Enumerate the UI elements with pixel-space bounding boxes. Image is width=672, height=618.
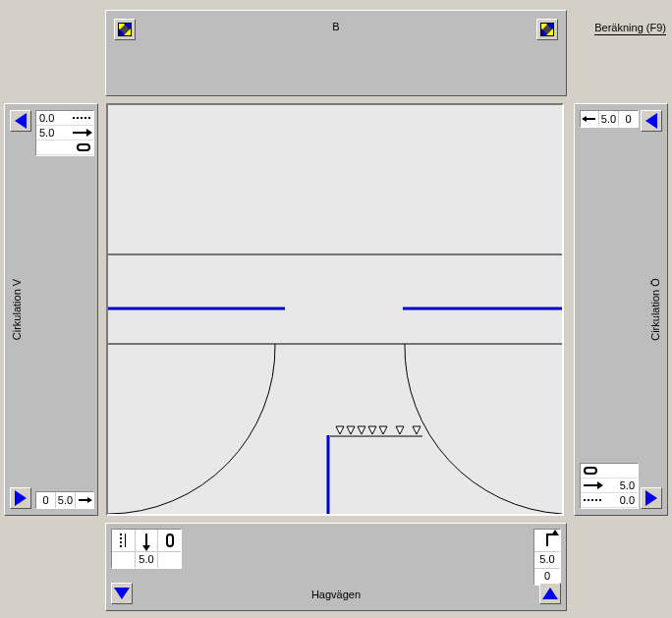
north-panel: B [105, 10, 567, 96]
west-bottom-lane-box[interactable]: 0 5.0 [35, 491, 94, 509]
south-panel: 5.0 Hagvägen 5.0 0 [105, 523, 567, 611]
south-label: Hagvägen [106, 589, 566, 600]
east-bot-val1: 5.0 [620, 479, 635, 491]
svg-marker-11 [396, 426, 404, 434]
solid-line-icon [584, 484, 601, 486]
turn-right-icon [546, 534, 548, 546]
svg-marker-9 [368, 426, 376, 434]
west-top-val1: 0.0 [39, 112, 54, 124]
south-right-arrow-button[interactable] [539, 583, 561, 604]
east-panel: 5.0 0 Cirkulation Ö 5.0 0.0 [574, 103, 668, 516]
west-top-lane-box[interactable]: 0.0 5.0 [35, 110, 94, 156]
arrow-left-icon [15, 113, 27, 129]
arrow-left-small-icon [584, 118, 595, 120]
dashed-vert-icon [120, 534, 122, 547]
calc-button[interactable]: Beräkning (F9) [594, 22, 666, 35]
arrow-up-icon [542, 588, 558, 599]
svg-marker-7 [347, 426, 355, 434]
east-top-val2: 0 [618, 111, 638, 127]
intersection-drawing [108, 105, 562, 514]
svg-marker-10 [379, 426, 387, 434]
south-left-lane-box[interactable]: 5.0 [111, 529, 182, 569]
west-bottom-arrow-button[interactable] [10, 487, 31, 509]
pill-icon [584, 467, 597, 475]
pill-icon [166, 534, 174, 547]
east-top-arrow-button[interactable] [641, 110, 662, 132]
dotted-icon [73, 117, 90, 119]
solid-line-icon [73, 132, 90, 134]
svg-marker-6 [336, 426, 344, 434]
south-right-val1: 5.0 [534, 551, 560, 568]
east-label: Cirkulation Ö [649, 278, 661, 341]
solid-vert-icon [125, 534, 126, 547]
south-left-val1: 5.0 [136, 552, 159, 568]
east-bottom-lane-box[interactable]: 5.0 0.0 [580, 463, 639, 509]
arrow-right-small-icon [79, 499, 90, 501]
intersection-canvas [106, 103, 564, 516]
down-arrow-icon [145, 534, 147, 547]
dotted-icon [584, 499, 601, 501]
pill-icon [77, 143, 90, 151]
north-label: B [106, 21, 566, 32]
east-top-lane-box[interactable]: 5.0 0 [580, 110, 639, 128]
west-label: Cirkulation V [11, 279, 23, 340]
east-bot-val2: 0.0 [620, 494, 635, 506]
east-bottom-arrow-button[interactable] [641, 487, 662, 509]
west-top-val2: 5.0 [39, 127, 54, 139]
east-top-val1: 5.0 [598, 111, 618, 127]
south-right-lane-box[interactable]: 5.0 0 [533, 529, 561, 586]
west-bot-val1: 0 [36, 492, 56, 508]
west-panel: 0.0 5.0 Cirkulation V 0 5.0 [4, 103, 98, 516]
west-top-arrow-button[interactable] [10, 110, 31, 132]
svg-marker-8 [358, 426, 365, 434]
arrow-right-icon [645, 490, 657, 506]
arrow-right-icon [15, 490, 27, 506]
west-bot-val2: 5.0 [56, 492, 76, 508]
svg-marker-12 [413, 426, 420, 434]
arrow-left-icon [645, 113, 657, 129]
